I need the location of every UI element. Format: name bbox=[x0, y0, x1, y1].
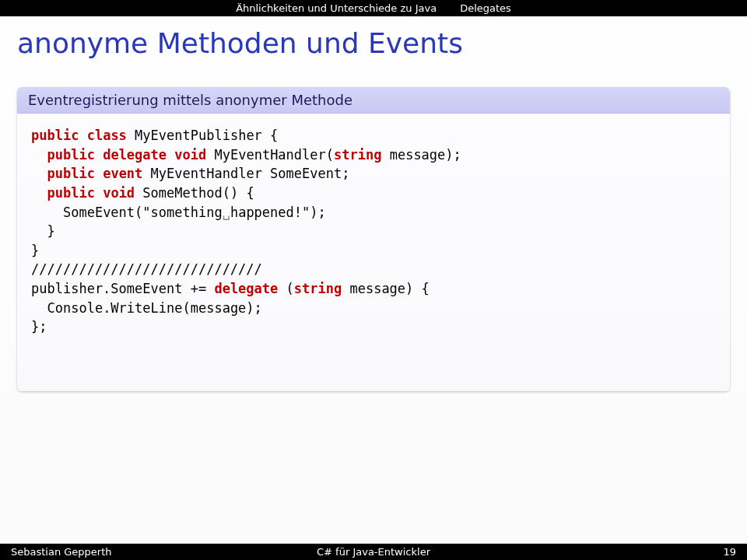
footer: Sebastian Gepperth C# für Java-Entwickle… bbox=[0, 544, 747, 560]
footer-page: 19 bbox=[723, 546, 736, 558]
example-block: Eventregistrierung mittels anonymer Meth… bbox=[17, 87, 730, 391]
code-listing: public class MyEventPublisher { public d… bbox=[17, 114, 730, 391]
nav-topic: Delegates bbox=[460, 2, 511, 14]
footer-talk: C# für Java-Entwickler bbox=[317, 546, 430, 558]
page-title: anonyme Methoden und Events bbox=[0, 16, 747, 73]
footer-author: Sebastian Gepperth bbox=[11, 546, 112, 558]
block-header: Eventregistrierung mittels anonymer Meth… bbox=[17, 87, 730, 114]
breadcrumb: Ähnlichkeiten und Unterschiede zu Java D… bbox=[0, 0, 747, 16]
nav-section: Ähnlichkeiten und Unterschiede zu Java bbox=[236, 2, 437, 14]
